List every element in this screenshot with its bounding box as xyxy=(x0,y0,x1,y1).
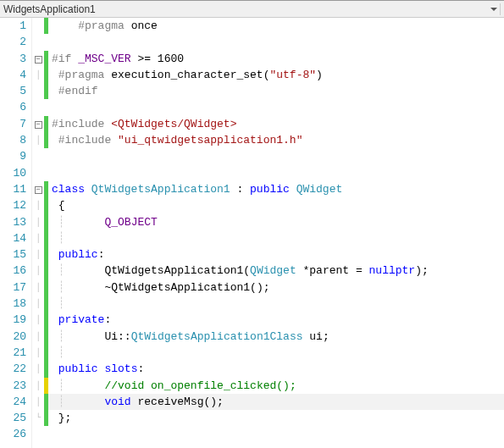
code-line[interactable]: private: xyxy=(48,312,504,328)
line-number: 22 xyxy=(0,361,26,377)
code-line[interactable]: class QtWidgetsApplication1 : public QWi… xyxy=(48,181,504,197)
fold-slot[interactable]: └ xyxy=(32,410,44,426)
code-line[interactable] xyxy=(48,426,504,442)
code-line[interactable]: }; xyxy=(48,410,504,426)
fold-slot[interactable]: │ xyxy=(32,67,44,83)
fold-slot[interactable]: │ xyxy=(32,345,44,361)
fold-slot[interactable]: │ xyxy=(32,197,44,213)
code-line[interactable]: ┊ ~QtWidgetsApplication1(); xyxy=(48,279,504,296)
line-number: 15 xyxy=(0,246,26,263)
code-line[interactable]: { xyxy=(48,197,504,213)
code-line[interactable]: ┊ Q_OBJECT xyxy=(48,214,504,230)
code-line[interactable]: ┊ void receiveMsg(); xyxy=(48,394,504,410)
code-line[interactable]: #endif xyxy=(48,83,504,99)
fold-slot[interactable] xyxy=(32,83,44,99)
fold-slot[interactable]: │ xyxy=(32,378,44,394)
line-number: 2 xyxy=(0,34,26,50)
fold-slot[interactable]: │ xyxy=(32,230,44,246)
fold-slot[interactable]: │ xyxy=(32,279,44,296)
fold-minus-icon[interactable]: − xyxy=(35,186,42,194)
code-line[interactable]: ┊ xyxy=(48,296,504,312)
line-number: 24 xyxy=(0,394,26,410)
line-number: 6 xyxy=(0,99,26,115)
line-number: 19 xyxy=(0,312,26,328)
code-line[interactable] xyxy=(48,99,504,115)
code-line[interactable]: public: xyxy=(48,246,504,263)
code-line[interactable]: #include <QtWidgets/QWidget> xyxy=(48,116,504,132)
line-number: 7 xyxy=(0,116,26,132)
line-number-gutter: 1234567891011121314151617181920212223242… xyxy=(0,18,32,448)
fold-minus-icon[interactable]: − xyxy=(35,121,42,129)
line-number: 4 xyxy=(0,67,26,83)
code-line[interactable]: ┊ QtWidgetsApplication1(QWidget *parent … xyxy=(48,263,504,279)
line-number: 23 xyxy=(0,378,26,394)
fold-slot[interactable] xyxy=(32,18,44,34)
tab-bar: WidgetsApplication1 xyxy=(0,1,504,18)
fold-slot[interactable]: │ xyxy=(32,329,44,345)
fold-slot[interactable]: − xyxy=(32,181,44,197)
code-line[interactable] xyxy=(48,34,504,50)
line-number: 14 xyxy=(0,230,26,246)
code-line[interactable]: ┊ xyxy=(48,230,504,246)
dropdown-icon[interactable] xyxy=(490,5,498,14)
line-number: 18 xyxy=(0,296,26,312)
code-line[interactable]: #if _MSC_VER >= 1600 xyxy=(48,51,504,67)
fold-slot[interactable]: │ xyxy=(32,263,44,279)
line-number: 10 xyxy=(0,165,26,181)
fold-slot[interactable] xyxy=(32,165,44,181)
code-line[interactable]: #pragma execution_character_set("utf-8") xyxy=(48,67,504,83)
code-editor[interactable]: 1234567891011121314151617181920212223242… xyxy=(0,18,504,448)
line-number: 9 xyxy=(0,148,26,164)
code-line[interactable]: #include "ui_qtwidgetsapplication1.h" xyxy=(48,132,504,148)
line-number: 17 xyxy=(0,279,26,296)
code-line[interactable]: ┊ xyxy=(48,345,504,361)
line-number: 5 xyxy=(0,83,26,99)
line-number: 21 xyxy=(0,345,26,361)
fold-minus-icon[interactable]: − xyxy=(35,56,42,64)
fold-slot[interactable]: − xyxy=(32,51,44,67)
line-number: 26 xyxy=(0,426,26,442)
fold-slot[interactable]: │ xyxy=(32,246,44,263)
line-number: 12 xyxy=(0,197,26,213)
code-line[interactable]: #pragma once xyxy=(48,18,504,34)
fold-slot[interactable] xyxy=(32,148,44,164)
line-number: 20 xyxy=(0,329,26,345)
line-number: 25 xyxy=(0,410,26,426)
fold-slot[interactable]: │ xyxy=(32,394,44,410)
code-line[interactable]: ┊ //void on_openfile_clicked(); xyxy=(48,378,504,394)
fold-slot[interactable]: │ xyxy=(32,361,44,377)
fold-slot[interactable] xyxy=(32,426,44,442)
line-number: 8 xyxy=(0,132,26,148)
code-line[interactable] xyxy=(48,148,504,164)
fold-slot[interactable] xyxy=(32,99,44,115)
line-number: 11 xyxy=(0,181,26,197)
line-number: 3 xyxy=(0,51,26,67)
line-number: 16 xyxy=(0,263,26,279)
fold-slot[interactable]: │ xyxy=(32,214,44,230)
fold-column[interactable]: −│−│−│││││││││││││└ xyxy=(32,18,44,448)
divider xyxy=(500,3,501,15)
fold-slot[interactable]: − xyxy=(32,116,44,132)
fold-slot[interactable] xyxy=(32,34,44,50)
line-number: 1 xyxy=(0,18,26,34)
line-number: 13 xyxy=(0,214,26,230)
code-line[interactable]: ┊ Ui::QtWidgetsApplication1Class ui; xyxy=(48,329,504,345)
code-line[interactable] xyxy=(48,165,504,181)
document-tab[interactable]: WidgetsApplication1 xyxy=(0,3,99,15)
fold-slot[interactable]: │ xyxy=(32,312,44,328)
fold-slot[interactable]: │ xyxy=(32,296,44,312)
code-area[interactable]: #pragma once#if _MSC_VER >= 1600 #pragma… xyxy=(48,18,504,448)
code-line[interactable]: public slots: xyxy=(48,361,504,377)
fold-slot[interactable]: │ xyxy=(32,132,44,148)
